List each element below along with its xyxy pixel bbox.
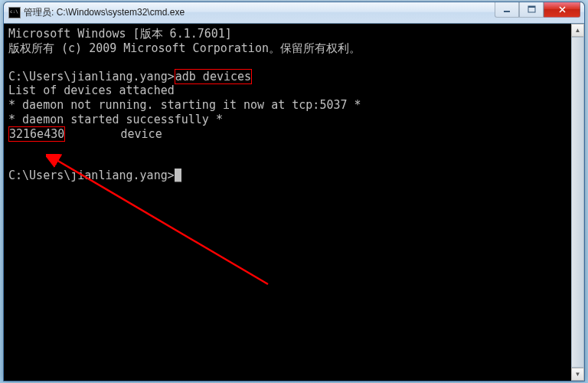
svg-rect-2 <box>528 6 535 8</box>
prompt-line: C:\Users\jianliang.yang>_ <box>8 169 567 183</box>
prompt-line: C:\Users\jianliang.yang>adb devices <box>8 70 567 84</box>
vertical-scrollbar[interactable]: ▲ ▼ <box>571 24 584 381</box>
terminal-content[interactable]: Microsoft Windows [版本 6.1.7601]版权所有 (c) … <box>4 24 571 381</box>
output-line <box>8 141 567 155</box>
cursor: _ <box>175 169 181 182</box>
window-controls <box>495 2 584 18</box>
terminal-body: Microsoft Windows [版本 6.1.7601]版权所有 (c) … <box>4 24 584 381</box>
scroll-down-button[interactable]: ▼ <box>571 368 584 381</box>
output-line <box>8 56 567 70</box>
output-line: Microsoft Windows [版本 6.1.7601] <box>8 27 567 41</box>
output-line: List of devices attached <box>8 83 567 98</box>
window-title: 管理员: C:\Windows\system32\cmd.exe <box>24 6 495 19</box>
maximize-icon <box>528 5 536 14</box>
maximize-button[interactable] <box>519 2 544 18</box>
highlighted-command: adb devices <box>175 69 252 84</box>
cmd-icon <box>8 7 21 18</box>
titlebar[interactable]: 管理员: C:\Windows\system32\cmd.exe <box>4 2 584 24</box>
prompt: C:\Users\jianliang.yang> <box>8 169 175 182</box>
minimize-icon <box>503 5 511 14</box>
prompt: C:\Users\jianliang.yang> <box>8 70 175 83</box>
output-line: 版权所有 (c) 2009 Microsoft Corporation。保留所有… <box>8 41 567 56</box>
close-button[interactable] <box>544 2 580 18</box>
svg-rect-0 <box>504 11 510 12</box>
device-line: 3216e430 device <box>8 127 567 142</box>
cmd-window: 管理员: C:\Windows\system32\cmd.exe Microso… <box>3 2 585 381</box>
device-status: device <box>65 127 162 141</box>
scroll-up-button[interactable]: ▲ <box>571 24 584 37</box>
output-line <box>8 155 567 169</box>
output-line: * daemon not running. starting it now at… <box>8 98 567 113</box>
scroll-track[interactable] <box>571 37 584 368</box>
minimize-button[interactable] <box>495 2 519 18</box>
output-line: * daemon started successfully * <box>8 113 567 127</box>
highlighted-device-id: 3216e430 <box>8 126 65 142</box>
scroll-thumb[interactable] <box>571 37 584 368</box>
close-icon <box>558 5 567 14</box>
